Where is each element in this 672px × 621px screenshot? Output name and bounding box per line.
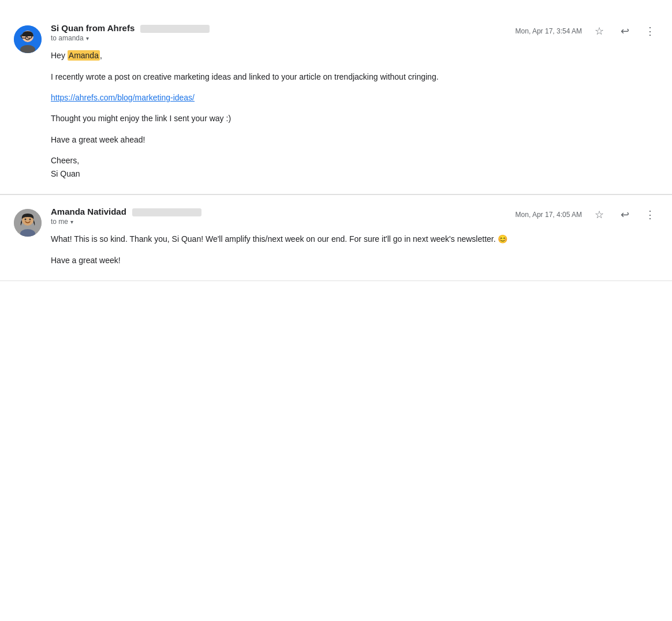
svg-line-5 — [20, 36, 21, 36]
email-content-2: Amanda Natividad to me ▾ Mon, Apr 17, 4:… — [51, 207, 658, 267]
email-body-line2: Thought you might enjoy the link I sent … — [51, 112, 658, 125]
avatar-si-quan — [14, 25, 42, 53]
email-body-line1: I recently wrote a post on creative mark… — [51, 70, 658, 83]
email-content-1: Si Quan from Ahrefs to amanda ▾ Mon, Apr… — [51, 23, 658, 180]
recipient-dropdown-2[interactable]: ▾ — [70, 219, 73, 225]
avatar-amanda — [14, 209, 42, 237]
sender-info-1: Si Quan from Ahrefs to amanda ▾ — [51, 23, 516, 42]
sender-name-2: Amanda Natividad — [51, 207, 516, 216]
email-meta-2: Mon, Apr 17, 4:05 AM ☆ ↩ ⋮ — [516, 207, 658, 223]
reply-button-1[interactable]: ↩ — [617, 23, 633, 39]
email-meta-1: Mon, Apr 17, 3:54 AM ☆ ↩ ⋮ — [516, 23, 658, 39]
email2-body-line2: Have a great week! — [51, 254, 658, 267]
email-item-2: Amanda Natividad to me ▾ Mon, Apr 17, 4:… — [0, 195, 672, 281]
email-header-1: Si Quan from Ahrefs to amanda ▾ Mon, Apr… — [51, 23, 658, 42]
email-body-link: https://ahrefs.com/blog/marketing-ideas/ — [51, 91, 658, 104]
sender-email-blur-2 — [132, 208, 201, 216]
recipient-line-1[interactable]: to amanda ▾ — [51, 34, 516, 42]
email2-body-line1: What! This is so kind. Thank you, Si Qua… — [51, 233, 658, 245]
star-button-2[interactable]: ☆ — [591, 207, 607, 223]
email-greeting: Hey Amanda, — [51, 49, 658, 62]
email-thread: Si Quan from Ahrefs to amanda ▾ Mon, Apr… — [0, 0, 672, 293]
recipient-line-2[interactable]: to me ▾ — [51, 218, 516, 226]
highlighted-name: Amanda — [68, 50, 100, 61]
reply-button-2[interactable]: ↩ — [617, 207, 633, 223]
more-button-1[interactable]: ⋮ — [642, 23, 658, 39]
ahrefs-link[interactable]: https://ahrefs.com/blog/marketing-ideas/ — [51, 93, 195, 102]
star-button-1[interactable]: ☆ — [591, 23, 607, 39]
email-body-1: Hey Amanda, I recently wrote a post on c… — [51, 49, 658, 180]
email-body-2: What! This is so kind. Thank you, Si Qua… — [51, 233, 658, 267]
email-body-line3: Have a great week ahead! — [51, 133, 658, 146]
sender-info-2: Amanda Natividad to me ▾ — [51, 207, 516, 226]
email-item-1: Si Quan from Ahrefs to amanda ▾ Mon, Apr… — [0, 12, 672, 194]
svg-point-11 — [29, 219, 31, 220]
email-header-2: Amanda Natividad to me ▾ Mon, Apr 17, 4:… — [51, 207, 658, 226]
recipient-dropdown-1[interactable]: ▾ — [86, 35, 89, 42]
sender-email-blur-1 — [140, 25, 210, 33]
email-signature: Cheers, Si Quan — [51, 154, 658, 180]
svg-point-10 — [25, 219, 27, 220]
email-date-2: Mon, Apr 17, 4:05 AM — [516, 211, 582, 219]
sender-name-1: Si Quan from Ahrefs — [51, 23, 516, 33]
email-date-1: Mon, Apr 17, 3:54 AM — [516, 27, 582, 35]
more-button-2[interactable]: ⋮ — [642, 207, 658, 223]
